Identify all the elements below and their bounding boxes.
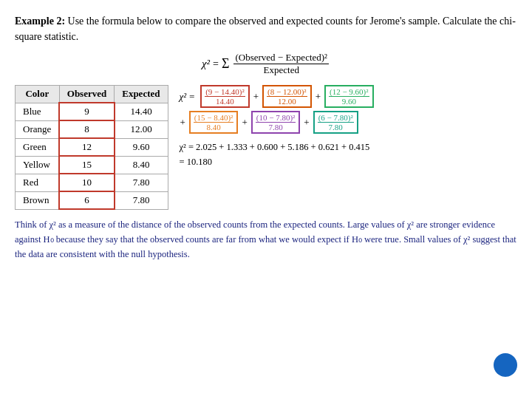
blue-dot-decoration <box>494 353 517 377</box>
cell-color: Brown <box>16 191 60 209</box>
calc-fraction-box: (12 − 9.60)²9.60 <box>324 85 374 108</box>
cell-observed: 8 <box>59 120 114 138</box>
table-row: Green129.60 <box>16 138 168 156</box>
table-row: Red107.80 <box>16 174 168 191</box>
cell-observed: 15 <box>59 156 114 174</box>
calc-fraction-box: (6 − 7.80)²7.80 <box>313 111 358 134</box>
frac-denominator: 14.40 <box>215 97 235 106</box>
col-color: Color <box>16 86 60 103</box>
plus-sign: + <box>316 91 321 103</box>
cell-expected: 7.80 <box>115 174 168 191</box>
title-rest: Use the formula below to compare the obs… <box>15 16 516 42</box>
calc-row-2: +(15 − 8.40)²8.40+(10 − 7.80)²7.80+(6 − … <box>180 111 518 134</box>
cell-expected: 7.80 <box>115 191 168 209</box>
cell-expected: 9.60 <box>115 138 168 156</box>
table-row: Blue914.40 <box>16 103 168 120</box>
cell-expected: 8.40 <box>115 156 168 174</box>
col-expected: Expected <box>115 86 168 103</box>
sigma-symbol: Σ <box>222 56 229 72</box>
table-header: Color Observed Expected <box>16 86 168 103</box>
table-header-row: Color Observed Expected <box>16 86 168 103</box>
result-line1: χ² = 2.025 + 1.333 + 0.600 + 5.186 + 0.6… <box>180 140 518 154</box>
cell-observed: 12 <box>59 138 114 156</box>
cell-observed: 6 <box>59 191 114 209</box>
frac-numerator: (6 − 7.80)² <box>318 113 354 123</box>
cell-color: Red <box>16 174 60 191</box>
calc-fraction-box: (10 − 7.80)²7.80 <box>251 111 301 134</box>
frac-numerator: (9 − 14.40)² <box>205 87 245 97</box>
frac-denominator: 9.60 <box>341 97 357 106</box>
frac-denominator: 8.40 <box>206 123 222 132</box>
table-row: Orange812.00 <box>16 120 168 138</box>
frac-numerator: (12 − 9.60)² <box>329 87 369 97</box>
result-line2: = 10.180 <box>180 154 518 169</box>
cell-color: Orange <box>16 120 60 138</box>
frac-denominator: 7.80 <box>328 123 344 132</box>
table-row: Yellow158.40 <box>16 156 168 174</box>
calc-fraction-box: (9 − 14.40)²14.40 <box>200 85 250 108</box>
table-row: Brown67.80 <box>16 191 168 209</box>
chi-squared-symbol: χ² <box>202 58 210 70</box>
cell-color: Blue <box>16 103 60 120</box>
formula-numerator: (Observed − Expected)² <box>233 52 329 64</box>
formula-fraction: (Observed − Expected)² Expected <box>233 52 329 76</box>
calc-row-1: χ² =(9 − 14.40)²14.40+(8 − 12.00)²12.00+… <box>180 85 518 108</box>
plus-sign: + <box>304 117 309 129</box>
frac-denominator: 7.80 <box>267 123 283 132</box>
cell-observed: 10 <box>59 174 114 191</box>
cell-observed: 9 <box>59 103 114 120</box>
page: Example 2: Use the formula below to comp… <box>0 0 532 399</box>
calc-fraction-box: (8 − 12.00)²12.00 <box>262 85 312 108</box>
cell-color: Yellow <box>16 156 60 174</box>
plus-sign: + <box>242 117 247 129</box>
calc-fraction-box: (15 − 8.40)²8.40 <box>189 111 239 134</box>
frac-numerator: (8 − 12.00)² <box>267 87 307 97</box>
cell-color: Green <box>16 138 60 156</box>
content-row: Color Observed Expected Blue914.40Orange… <box>15 85 517 210</box>
calc-chi-label: χ² = <box>180 91 196 103</box>
equals-sign: = <box>213 58 219 70</box>
plus-sign: + <box>253 91 259 103</box>
table-body: Blue914.40Orange812.00Green129.60Yellow1… <box>16 103 168 209</box>
col-observed: Observed <box>59 86 114 103</box>
calc-area: χ² =(9 − 14.40)²14.40+(8 − 12.00)²12.00+… <box>176 85 518 210</box>
frac-numerator: (10 − 7.80)² <box>256 113 296 123</box>
example-label: Example 2: <box>15 16 65 27</box>
formula-area: χ² = Σ (Observed − Expected)² Expected <box>15 52 517 76</box>
cell-expected: 14.40 <box>115 103 168 120</box>
example-title: Example 2: Use the formula below to comp… <box>15 13 517 44</box>
bottom-paragraph: Think of χ² as a measure of the distance… <box>15 217 517 262</box>
data-table: Color Observed Expected Blue914.40Orange… <box>15 85 168 210</box>
formula-denominator: Expected <box>262 64 301 76</box>
frac-denominator: 12.00 <box>277 97 297 106</box>
calc-result: χ² = 2.025 + 1.333 + 0.600 + 5.186 + 0.6… <box>180 140 518 169</box>
frac-numerator: (15 − 8.40)² <box>194 113 234 123</box>
cell-expected: 12.00 <box>115 120 168 138</box>
plus-sign: + <box>180 117 185 129</box>
